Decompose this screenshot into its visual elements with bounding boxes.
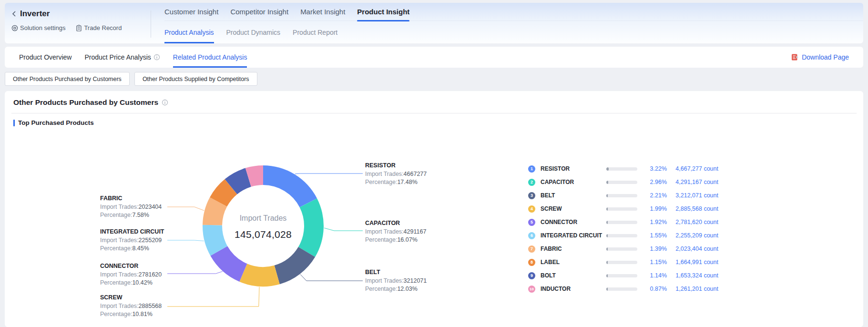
callout-import-trades: Import Trades:3212071 xyxy=(365,277,438,285)
share-progress-bar xyxy=(606,274,637,277)
callout-percentage: Percentage:10.81% xyxy=(100,310,173,318)
trade-record-label: Trade Record xyxy=(84,24,122,31)
callout-import-trades: Import Trades:2781620 xyxy=(100,271,173,279)
callout-percentage: Percentage:16.07% xyxy=(365,236,438,244)
callout-name: CONNECTOR xyxy=(100,263,173,270)
callout-import-trades: Import Trades:2023404 xyxy=(100,203,173,211)
subtab-product-dynamics[interactable]: Product Dynamics xyxy=(226,21,281,43)
share-progress-bar xyxy=(606,181,637,184)
legend-row-inductor[interactable]: 10INDUCTOR0.87%1,261,201 count xyxy=(528,282,718,296)
legend-share-pct: 1.14% xyxy=(640,272,667,279)
legend-count: 1,653,324 count xyxy=(671,272,718,279)
rank-badge: 1 xyxy=(528,165,535,173)
legend-count: 2,885,568 count xyxy=(671,205,718,212)
tab-customer-insight[interactable]: Customer Insight xyxy=(164,3,218,20)
back-button[interactable] xyxy=(11,10,16,17)
legend-share-pct: 3.22% xyxy=(640,165,667,172)
legend-product-name: SCREW xyxy=(541,205,603,212)
legend-share-pct: 1.15% xyxy=(640,259,667,266)
legend-product-name: BOLT xyxy=(541,272,603,279)
rank-badge: 8 xyxy=(528,259,535,266)
callout-percentage: Percentage:10.42% xyxy=(100,279,173,287)
donut-callout-fabric: FABRICImport Trades:2023404Percentage:7.… xyxy=(100,195,173,219)
leader-line-fabric xyxy=(167,207,204,211)
insight-tabs-block: Customer Insight Competitor Insight Mark… xyxy=(151,3,863,43)
info-icon[interactable] xyxy=(153,54,160,61)
rank-badge: 6 xyxy=(528,232,535,239)
app-header: Inverter Solution settings Trade Record … xyxy=(5,3,863,43)
callout-name: BELT xyxy=(365,269,438,276)
legend-count: 3,212,071 count xyxy=(671,192,718,199)
tab-market-insight[interactable]: Market Insight xyxy=(300,3,345,20)
settings-icon xyxy=(11,25,18,31)
header-left: Inverter Solution settings Trade Record xyxy=(5,3,151,43)
analysis-subnav: Product Overview Product Price Analysis … xyxy=(5,47,863,68)
legend-product-name: RESISTOR xyxy=(541,165,603,172)
solution-settings-link[interactable]: Solution settings xyxy=(11,24,65,31)
leader-line-screw xyxy=(167,287,259,307)
share-progress-bar xyxy=(606,221,637,224)
share-progress-bar xyxy=(606,194,637,197)
legend-count: 1,261,201 count xyxy=(671,286,718,292)
nav-product-price-analysis[interactable]: Product Price Analysis xyxy=(84,47,160,68)
legend-share-pct: 2.96% xyxy=(640,179,667,185)
trade-record-link[interactable]: Trade Record xyxy=(76,24,122,31)
legend-row-fabric[interactable]: 7FABRIC1.39%2,023,404 count xyxy=(528,242,718,255)
donut-callout-resistor: RESISTORImport Trades:4667277Percentage:… xyxy=(365,162,438,186)
chevron-left-icon xyxy=(11,10,16,17)
legend-row-capacitor[interactable]: 2CAPACITOR2.96%4,291,167 count xyxy=(528,175,718,189)
btn-other-products-supplied[interactable]: Other Products Supplied by Competitors xyxy=(134,72,257,86)
legend-count: 2,255,209 count xyxy=(671,232,718,239)
rank-badge: 7 xyxy=(528,245,535,253)
donut-slice-resistor[interactable] xyxy=(263,165,317,207)
share-progress-bar xyxy=(606,207,637,211)
legend-product-name: CONNECTOR xyxy=(541,219,603,225)
callout-import-trades: Import Trades:4291167 xyxy=(365,228,438,236)
legend-row-label[interactable]: 8LABEL1.15%1,664,991 count xyxy=(528,255,718,269)
donut-callout-integrated-circuit: INTEGRATED CIRCUITImport Trades:2255209P… xyxy=(100,228,173,253)
insight-tabs: Customer Insight Competitor Insight Mark… xyxy=(164,3,863,21)
leader-line-belt xyxy=(300,274,363,281)
legend-share-pct: 1.55% xyxy=(640,232,667,239)
legend-row-connector[interactable]: 5CONNECTOR1.92%2,781,620 count xyxy=(528,215,718,229)
subtab-product-analysis[interactable]: Product Analysis xyxy=(164,21,214,43)
legend-product-name: INDUCTOR xyxy=(541,286,603,292)
callout-percentage: Percentage:7.58% xyxy=(100,211,173,219)
legend-row-screw[interactable]: 4SCREW1.99%2,885,568 count xyxy=(528,202,718,215)
legend-count: 4,667,277 count xyxy=(671,165,718,172)
pdf-icon xyxy=(791,53,799,61)
legend-row-bolt[interactable]: 9BOLT1.14%1,653,324 count xyxy=(528,269,718,282)
legend-product-name: LABEL xyxy=(541,259,603,266)
filter-buttons: Other Products Purchased by Customers Ot… xyxy=(5,72,863,86)
nav-product-overview[interactable]: Product Overview xyxy=(19,47,71,68)
legend-count: 2,023,404 count xyxy=(671,245,718,252)
legend-row-resistor[interactable]: 1RESISTOR3.22%4,667,277 count xyxy=(528,162,718,175)
leader-line-capacitor xyxy=(324,228,363,231)
rank-badge: 3 xyxy=(528,192,535,199)
nav-related-product-analysis[interactable]: Related Product Analysis xyxy=(173,47,247,68)
legend-row-belt[interactable]: 3BELT2.21%3,212,071 count xyxy=(528,189,718,202)
legend-count: 2,781,620 count xyxy=(671,219,718,225)
rank-badge: 5 xyxy=(528,219,535,226)
legend-share-pct: 0.87% xyxy=(640,286,667,292)
legend-count: 1,664,991 count xyxy=(671,259,718,266)
download-page-link[interactable]: Download Page xyxy=(791,53,849,61)
tab-product-insight[interactable]: Product Insight xyxy=(357,3,409,20)
rank-badge: 10 xyxy=(528,286,535,293)
callout-percentage: Percentage:17.48% xyxy=(365,178,438,186)
legend-share-pct: 1.92% xyxy=(640,219,667,225)
legend-share-pct: 1.99% xyxy=(640,205,667,212)
donut-callout-belt: BELTImport Trades:3212071Percentage:12.0… xyxy=(365,269,438,293)
callout-name: RESISTOR xyxy=(365,162,438,169)
subtab-product-report[interactable]: Product Report xyxy=(293,21,337,43)
btn-other-products-purchased[interactable]: Other Products Purchased by Customers xyxy=(5,72,130,86)
legend-product-name: CAPACITOR xyxy=(541,179,603,185)
legend-count: 4,291,167 count xyxy=(671,179,718,185)
share-progress-bar xyxy=(606,247,637,251)
legend-row-integrated-circuit[interactable]: 6INTEGRATED CIRCUIT1.55%2,255,209 count xyxy=(528,229,718,242)
donut-callout-screw: SCREWImport Trades:2885568Percentage:10.… xyxy=(100,294,173,318)
tab-competitor-insight[interactable]: Competitor Insight xyxy=(230,3,288,20)
rank-badge: 9 xyxy=(528,272,535,279)
donut-center: Import Trades 145,074,028 xyxy=(215,214,311,240)
share-progress-bar xyxy=(606,234,637,237)
